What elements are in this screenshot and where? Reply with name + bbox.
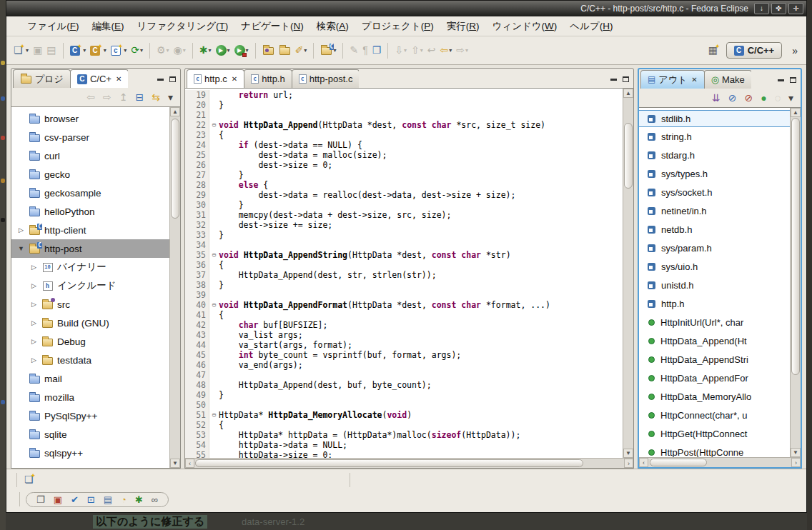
outline-item[interactable]: HttpConnect(char*, u	[639, 406, 790, 424]
tree-item[interactable]: mail	[11, 369, 169, 388]
code-text[interactable]: void HttpData_Append(HttpData *dest, con…	[219, 120, 623, 130]
scroll-left-icon[interactable]: ‹	[185, 459, 194, 468]
open-folder-button[interactable]	[277, 43, 292, 58]
menu-P[interactable]: プロジェクト(P)	[355, 17, 440, 36]
open-type-button[interactable]: C▾	[319, 43, 337, 58]
code-text[interactable]	[219, 290, 623, 300]
perspective-more-button[interactable]: »	[786, 45, 799, 56]
outline-item[interactable]: HttpData_AppendStri	[639, 350, 790, 369]
code-text[interactable]: if (dest->data == NULL) {	[219, 140, 623, 150]
open-perspective-button[interactable]: ▦ ✦	[707, 43, 722, 58]
menu-E[interactable]: 編集(E)	[86, 17, 131, 36]
code-text[interactable]: return url;	[219, 90, 623, 100]
fold-marker-icon[interactable]: ⊖	[209, 300, 219, 310]
perspective-cpp-button[interactable]: C C/C++	[726, 42, 783, 59]
tree-collapsed-icon[interactable]: ▷	[30, 338, 38, 345]
tree-collapsed-icon[interactable]: ▷	[17, 226, 25, 234]
scroll-down-icon[interactable]: ▼	[623, 449, 633, 458]
outline-item[interactable]: http.h	[639, 294, 790, 313]
scrollbar-thumb[interactable]	[624, 123, 633, 189]
maximize-view-icon[interactable]	[790, 77, 796, 83]
fastview-toggle-button[interactable]: ❏ ✦	[23, 472, 37, 487]
code-text[interactable]: httpData->data = NULL;	[219, 440, 623, 450]
tree-item[interactable]: ▷10バイナリー	[11, 258, 169, 276]
scroll-left-icon[interactable]: ‹	[639, 458, 648, 467]
menu-T[interactable]: リファクタリング(T)	[131, 17, 235, 36]
tree-item[interactable]: ▷hインクルード	[11, 276, 169, 295]
tab-close-icon[interactable]: ✕	[690, 76, 697, 84]
tree-collapsed-icon[interactable]: ▷	[30, 319, 38, 326]
scroll-up-icon[interactable]: ▲	[623, 89, 633, 98]
editor-hscrollbar[interactable]: ‹ ›	[185, 458, 633, 468]
outline-hscrollbar[interactable]: ‹ ›	[639, 457, 801, 467]
tree-item[interactable]: ▷testdata	[11, 351, 169, 369]
search-button[interactable]: ✐▾	[294, 43, 309, 58]
code-text[interactable]: HttpData* httpData = (HttpData*)malloc(s…	[219, 430, 623, 440]
tasks-view-button[interactable]: ✔	[71, 494, 79, 505]
maximize-view-icon[interactable]	[169, 76, 176, 82]
outline-item[interactable]: HttpData_Append(Ht	[639, 331, 790, 350]
new-c-project-button[interactable]: C✦▾	[69, 44, 88, 58]
outline-item[interactable]: sys/types.h	[639, 164, 790, 183]
hide-non-public-button[interactable]: ●	[759, 91, 768, 106]
code-text[interactable]: void HttpData_AppendString(HttpData *des…	[219, 250, 623, 260]
open-resource-button[interactable]	[261, 43, 276, 58]
outline-item[interactable]: sys/param.h	[639, 239, 790, 257]
outline-item[interactable]: netdb.h	[639, 220, 790, 239]
outline-tab-make[interactable]: ◎Make	[704, 70, 751, 89]
code-text[interactable]: }	[219, 390, 623, 400]
outline-item[interactable]: HttpData_MemoryAllo	[639, 387, 790, 406]
code-text[interactable]: HttpData_Append(dest, str, strlen(str));	[219, 270, 623, 280]
tab-close-icon[interactable]: ✕	[114, 75, 122, 83]
tree-collapsed-icon[interactable]: ▷	[30, 264, 38, 271]
code-text[interactable]	[219, 110, 623, 120]
minimize-view-icon[interactable]	[610, 79, 617, 81]
scrollbar-thumb[interactable]	[650, 459, 707, 466]
code-text[interactable]: }	[219, 280, 623, 290]
code-text[interactable]: void HttpData_AppendFormat(HttpData *des…	[219, 300, 623, 310]
code-text[interactable]: dest->size += size;	[219, 220, 623, 230]
outline-item[interactable]: string.h	[639, 127, 790, 146]
code-text[interactable]: {	[219, 260, 623, 270]
menu-R[interactable]: 実行(R)	[440, 17, 486, 36]
scroll-right-icon[interactable]: ›	[624, 459, 633, 468]
outline-item[interactable]: unistd.h	[639, 276, 790, 294]
code-text[interactable]: httpData->size = 0;	[219, 450, 623, 458]
explorer-tab-c-c[interactable]: CC/C+✕	[70, 69, 128, 88]
run-button[interactable]: ▶▾	[214, 43, 232, 58]
tree-item[interactable]: sqlite	[11, 425, 169, 444]
new-wizard-button[interactable]: ❏✦▾	[12, 43, 30, 58]
new-make-target-button[interactable]: ⟳▾	[129, 43, 144, 58]
code-text[interactable]	[219, 370, 623, 380]
scroll-up-icon[interactable]: ▲	[170, 107, 180, 116]
code-area[interactable]: 19 return url;20}2122⊖void HttpData_Appe…	[185, 89, 623, 458]
fold-marker-icon[interactable]: ⊖	[209, 410, 219, 420]
code-text[interactable]: char buf[BUFSIZE];	[219, 320, 623, 330]
tree-expanded-icon[interactable]: ▼	[17, 245, 25, 252]
outline-item[interactable]: HttpData_AppendFor	[639, 369, 790, 387]
outline-scrollbar[interactable]: ▲ ▼	[790, 108, 801, 457]
restore-views-button[interactable]: ❐	[36, 494, 45, 505]
console-view-button[interactable]: ⊡	[87, 494, 95, 505]
scrollbar-thumb[interactable]	[171, 119, 179, 219]
outline-item[interactable]: sys/socket.h	[639, 183, 790, 201]
outline-item[interactable]: sys/uio.h	[639, 257, 790, 276]
progress-view-button[interactable]: ◔	[121, 494, 127, 505]
editor-tab-http-post-c[interactable]: chttp-post.c	[292, 69, 360, 88]
outline-item[interactable]: HttpPost(HttpConne	[639, 443, 790, 457]
tree-item[interactable]: ▷Chttp-client	[11, 221, 169, 239]
tree-item[interactable]: curl	[11, 146, 169, 165]
sort-button[interactable]: ⇊	[710, 91, 722, 106]
code-text[interactable]: va_end(args);	[219, 360, 623, 370]
scroll-down-icon[interactable]: ▼	[791, 448, 801, 457]
new-cpp-project-button[interactable]: C✦▾	[89, 44, 108, 58]
outline-tab-tab[interactable]: ▤アウト✕	[640, 70, 705, 89]
debug-view-button[interactable]: ✱	[135, 494, 143, 505]
outline-menu-button[interactable]: ▾	[787, 91, 795, 106]
tree-item[interactable]: ▼Chttp-post	[11, 239, 169, 258]
code-text[interactable]: dest->size = 0;	[219, 160, 623, 170]
outline-item[interactable]: stdlib.h	[639, 110, 790, 127]
tree-item[interactable]: gecko	[11, 165, 169, 184]
new-c-source-button[interactable]: c✦▾	[109, 44, 129, 58]
outline-item[interactable]: netinet/in.h	[639, 201, 790, 220]
